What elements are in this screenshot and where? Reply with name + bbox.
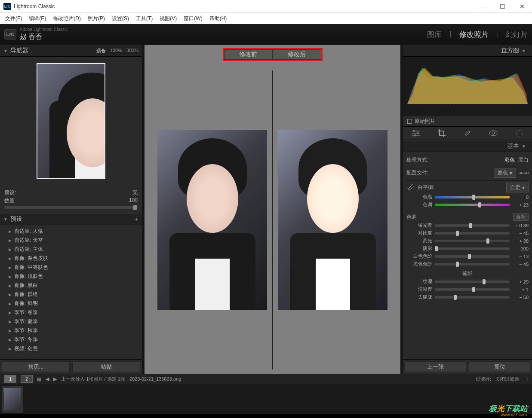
copy-button[interactable]: 拷贝...	[2, 361, 70, 372]
filter-lock-icon[interactable]: ⬚	[523, 376, 528, 382]
basic-header[interactable]: 基本 ▼	[403, 140, 532, 152]
zoom-100[interactable]: 100%	[110, 48, 122, 54]
preset-item[interactable]: ▶自适应: 人像	[0, 227, 142, 236]
eyedropper-icon[interactable]	[406, 183, 415, 192]
preset-item[interactable]: ▶自适应: 天空	[0, 236, 142, 245]
shadows-slider[interactable]	[435, 247, 510, 250]
temp-value[interactable]: 0	[512, 195, 529, 200]
monitor-tab-2[interactable]: 2	[21, 375, 33, 383]
treatment-bw[interactable]: 黑白	[518, 156, 529, 164]
preset-item[interactable]: ▶肖像: 浅肤色	[0, 272, 142, 281]
texture-value[interactable]: + 29	[512, 279, 529, 284]
exposure-slider[interactable]	[435, 224, 510, 227]
texture-slider[interactable]	[435, 281, 510, 283]
histogram-display[interactable]	[403, 57, 532, 108]
reset-button[interactable]: 复位	[469, 361, 530, 372]
tint-value[interactable]: + 23	[512, 202, 529, 207]
profile-browser-icon[interactable]	[519, 172, 529, 174]
navigator-body[interactable]	[0, 57, 142, 186]
preset-item[interactable]: ▶季节: 春季	[0, 308, 142, 317]
wb-select[interactable]: 自定▾	[506, 183, 529, 192]
menu-help[interactable]: 帮助(H)	[208, 14, 229, 24]
navigator-thumbnail[interactable]	[37, 63, 105, 179]
menu-tools[interactable]: 工具(T)	[134, 14, 154, 24]
zoom-fit[interactable]: 适合	[96, 48, 106, 54]
preset-item[interactable]: ▶季节: 夏季	[0, 317, 142, 326]
menu-settings[interactable]: 设置(S)	[110, 14, 131, 24]
zoom-300[interactable]: 300%	[126, 48, 138, 54]
navigator-header[interactable]: ▼ 导航器 适合 100% 300%	[0, 45, 142, 57]
preset-item[interactable]: ▶视频· 创意	[0, 344, 142, 353]
menu-develop[interactable]: 修改照片(D)	[51, 14, 83, 24]
tint-slider[interactable]	[435, 204, 510, 206]
adjust-icon[interactable]	[411, 129, 421, 137]
module-library[interactable]: 图库	[427, 30, 442, 40]
preset-item[interactable]: ▶季节: 冬季	[0, 335, 142, 344]
add-preset-button[interactable]: +	[135, 216, 138, 223]
compare-divider[interactable]	[272, 70, 273, 369]
preset-item[interactable]: ▶肖像: 中等肤色	[0, 263, 142, 272]
amount-slider[interactable]	[4, 206, 138, 209]
redeye-icon[interactable]	[489, 129, 498, 137]
basic-panel: 处理方式: 彩色 黑白 配置文件: 颜色▾ 白平衡	[403, 152, 532, 359]
before-image-area[interactable]	[153, 70, 271, 369]
whites-slider[interactable]	[435, 255, 510, 258]
nav-back-icon[interactable]: ◀	[46, 376, 49, 382]
menu-window[interactable]: 窗口(W)	[182, 14, 204, 24]
preset-item[interactable]: ▶自适应: 主体	[0, 245, 142, 254]
mask-icon[interactable]	[514, 129, 524, 137]
triangle-down-icon: ▼	[522, 49, 526, 53]
original-photo-toggle[interactable]: 原始照片	[403, 116, 532, 126]
module-slideshow[interactable]: 幻灯片	[506, 30, 528, 40]
preset-item[interactable]: ▶肖像: 群组	[0, 290, 142, 299]
dehaze-slider[interactable]	[435, 296, 510, 299]
exposure-value[interactable]: − 0.39	[512, 223, 529, 228]
menu-view[interactable]: 视图(V)	[158, 14, 178, 24]
clarity-value[interactable]: + 1	[512, 287, 529, 292]
nav-fwd-icon[interactable]: ▶	[53, 376, 57, 382]
contrast-slider[interactable]	[435, 232, 510, 235]
shadows-value[interactable]: − 100	[512, 246, 529, 251]
preset-item[interactable]: ▶肖像: 黑白	[0, 281, 142, 290]
blacks-slider[interactable]	[435, 263, 510, 265]
triangle-down-icon: ▼	[3, 217, 8, 222]
dehaze-value[interactable]: − 50	[512, 295, 529, 300]
titlebar: LrC Lightroom Classic — ☐ ✕	[0, 0, 532, 13]
window-minimize[interactable]: —	[473, 0, 492, 13]
highlights-value[interactable]: + 38	[512, 238, 529, 244]
grid-icon[interactable]: ▦	[37, 376, 41, 382]
clarity-slider[interactable]	[435, 288, 510, 291]
triangle-down-icon: ▼	[522, 144, 526, 149]
filter-value[interactable]: 关闭过滤器	[495, 376, 519, 382]
heal-icon[interactable]	[463, 129, 472, 137]
filmstrip-thumbnail[interactable]: 1	[2, 386, 23, 412]
menu-file[interactable]: 文件(F)	[3, 14, 24, 24]
after-image-area[interactable]	[274, 70, 392, 369]
temp-slider[interactable]	[435, 196, 510, 198]
crop-icon[interactable]	[437, 129, 446, 137]
module-develop[interactable]: 修改照片	[459, 30, 489, 40]
profile-select[interactable]: 颜色▾	[494, 168, 516, 178]
window-maximize[interactable]: ☐	[492, 0, 512, 13]
auto-tone-button[interactable]: 自动	[513, 214, 529, 221]
contrast-value[interactable]: − 45	[512, 231, 529, 236]
monitor-tab-1[interactable]: 1	[4, 375, 16, 383]
preset-item[interactable]: ▶肖像: 鲜明	[0, 299, 142, 308]
menu-photo[interactable]: 照片(P)	[86, 14, 107, 24]
preset-item[interactable]: ▶肖像: 深色皮肤	[0, 254, 142, 263]
highlights-slider[interactable]	[435, 240, 510, 242]
whites-value[interactable]: − 13	[512, 254, 529, 259]
preset-item[interactable]: ▶季节: 秋季	[0, 326, 142, 335]
histogram-header[interactable]: 直方图 ▼	[403, 45, 532, 57]
blacks-value[interactable]: − 45	[512, 262, 529, 267]
treatment-color[interactable]: 彩色	[504, 156, 515, 164]
window-close[interactable]: ✕	[512, 0, 532, 13]
filmstrip-filename: 2023-02-21_135823.png	[129, 376, 181, 381]
presets-header[interactable]: ▼ 预设 +	[0, 213, 142, 225]
filmstrip-body[interactable]: 1	[0, 384, 532, 414]
tone-header: 色调	[406, 214, 417, 221]
profile-label: 配置文件:	[406, 169, 428, 177]
previous-button[interactable]: 上一张	[405, 361, 466, 372]
menu-edit[interactable]: 编辑(E)	[27, 14, 48, 24]
paste-button[interactable]: 粘贴	[72, 361, 140, 372]
